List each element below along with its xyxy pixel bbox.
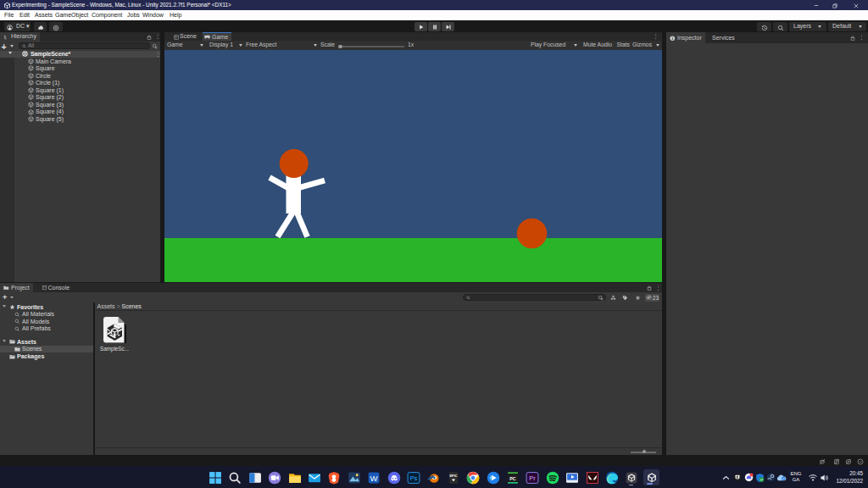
svg-text:Ps: Ps xyxy=(410,474,418,482)
svg-text:W: W xyxy=(370,473,379,482)
svg-text:PC: PC xyxy=(509,475,516,480)
svg-text:EPIC: EPIC xyxy=(449,474,457,477)
svg-text:Pr: Pr xyxy=(530,474,537,482)
